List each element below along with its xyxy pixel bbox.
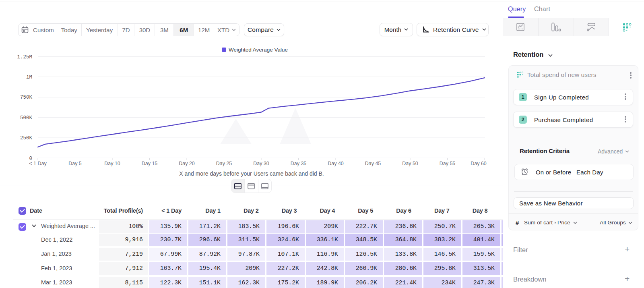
svg-text:750K: 750K bbox=[20, 95, 33, 100]
svg-text:500K: 500K bbox=[20, 115, 33, 121]
svg-text:Day 20: Day 20 bbox=[179, 161, 195, 166]
svg-text:Day 45: Day 45 bbox=[365, 161, 381, 166]
svg-text:1M: 1M bbox=[26, 75, 32, 80]
svg-text:Day 40: Day 40 bbox=[328, 161, 344, 166]
svg-text:Day 5: Day 5 bbox=[68, 161, 82, 166]
svg-text:Day 15: Day 15 bbox=[142, 161, 158, 166]
svg-text:Day 30: Day 30 bbox=[253, 161, 269, 166]
svg-text:Day 60: Day 60 bbox=[471, 161, 487, 166]
svg-text:Day 55: Day 55 bbox=[440, 161, 456, 166]
svg-text:Day 35: Day 35 bbox=[291, 161, 307, 166]
svg-text:1.25M: 1.25M bbox=[17, 54, 32, 60]
svg-text:Day 10: Day 10 bbox=[104, 161, 120, 166]
svg-text:< 1 Day: < 1 Day bbox=[29, 161, 47, 166]
svg-text:Day 25: Day 25 bbox=[216, 161, 232, 166]
svg-text:Day 50: Day 50 bbox=[402, 161, 418, 166]
svg-text:250K: 250K bbox=[20, 135, 33, 141]
